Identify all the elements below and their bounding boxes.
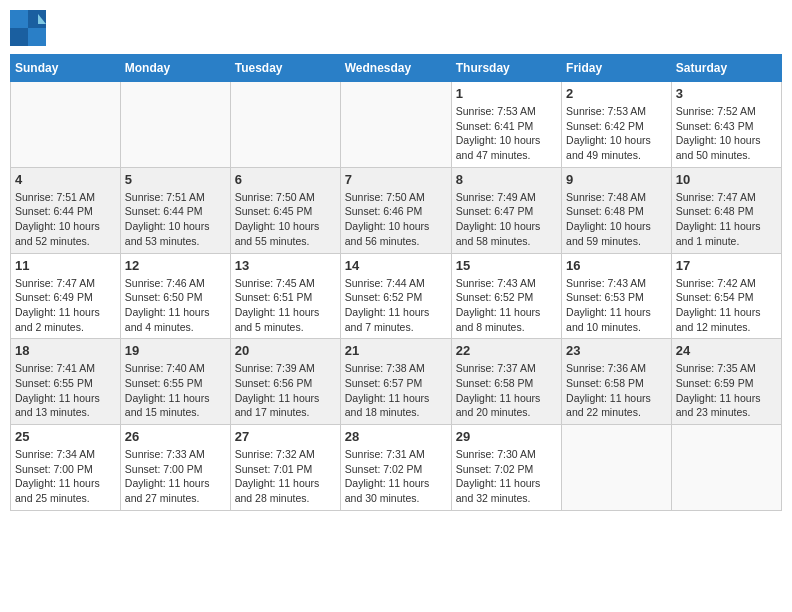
- calendar-cell: 11Sunrise: 7:47 AM Sunset: 6:49 PM Dayli…: [11, 253, 121, 339]
- day-number: 14: [345, 258, 447, 273]
- calendar-cell: 2Sunrise: 7:53 AM Sunset: 6:42 PM Daylig…: [562, 82, 672, 168]
- weekday-header-tuesday: Tuesday: [230, 55, 340, 82]
- calendar-cell: 10Sunrise: 7:47 AM Sunset: 6:48 PM Dayli…: [671, 167, 781, 253]
- day-info: Sunrise: 7:47 AM Sunset: 6:48 PM Dayligh…: [676, 190, 777, 249]
- calendar-cell: 19Sunrise: 7:40 AM Sunset: 6:55 PM Dayli…: [120, 339, 230, 425]
- calendar-cell: [340, 82, 451, 168]
- day-info: Sunrise: 7:40 AM Sunset: 6:55 PM Dayligh…: [125, 361, 226, 420]
- day-number: 6: [235, 172, 336, 187]
- weekday-header-friday: Friday: [562, 55, 672, 82]
- day-info: Sunrise: 7:42 AM Sunset: 6:54 PM Dayligh…: [676, 276, 777, 335]
- weekday-header-thursday: Thursday: [451, 55, 561, 82]
- calendar-cell: [562, 425, 672, 511]
- day-number: 25: [15, 429, 116, 444]
- calendar-cell: [671, 425, 781, 511]
- calendar-cell: 13Sunrise: 7:45 AM Sunset: 6:51 PM Dayli…: [230, 253, 340, 339]
- weekday-header-saturday: Saturday: [671, 55, 781, 82]
- day-info: Sunrise: 7:46 AM Sunset: 6:50 PM Dayligh…: [125, 276, 226, 335]
- day-info: Sunrise: 7:45 AM Sunset: 6:51 PM Dayligh…: [235, 276, 336, 335]
- day-info: Sunrise: 7:51 AM Sunset: 6:44 PM Dayligh…: [125, 190, 226, 249]
- calendar-cell: 20Sunrise: 7:39 AM Sunset: 6:56 PM Dayli…: [230, 339, 340, 425]
- day-number: 27: [235, 429, 336, 444]
- weekday-header-sunday: Sunday: [11, 55, 121, 82]
- calendar-cell: 26Sunrise: 7:33 AM Sunset: 7:00 PM Dayli…: [120, 425, 230, 511]
- day-number: 1: [456, 86, 557, 101]
- calendar-cell: 6Sunrise: 7:50 AM Sunset: 6:45 PM Daylig…: [230, 167, 340, 253]
- calendar-cell: 1Sunrise: 7:53 AM Sunset: 6:41 PM Daylig…: [451, 82, 561, 168]
- day-number: 5: [125, 172, 226, 187]
- day-number: 21: [345, 343, 447, 358]
- day-info: Sunrise: 7:49 AM Sunset: 6:47 PM Dayligh…: [456, 190, 557, 249]
- day-info: Sunrise: 7:35 AM Sunset: 6:59 PM Dayligh…: [676, 361, 777, 420]
- calendar-cell: 16Sunrise: 7:43 AM Sunset: 6:53 PM Dayli…: [562, 253, 672, 339]
- calendar-week-row: 4Sunrise: 7:51 AM Sunset: 6:44 PM Daylig…: [11, 167, 782, 253]
- day-number: 9: [566, 172, 667, 187]
- calendar-cell: 29Sunrise: 7:30 AM Sunset: 7:02 PM Dayli…: [451, 425, 561, 511]
- calendar-table: SundayMondayTuesdayWednesdayThursdayFrid…: [10, 54, 782, 511]
- day-info: Sunrise: 7:39 AM Sunset: 6:56 PM Dayligh…: [235, 361, 336, 420]
- calendar-week-row: 25Sunrise: 7:34 AM Sunset: 7:00 PM Dayli…: [11, 425, 782, 511]
- logo: [10, 10, 50, 46]
- day-number: 3: [676, 86, 777, 101]
- day-number: 10: [676, 172, 777, 187]
- calendar-cell: 21Sunrise: 7:38 AM Sunset: 6:57 PM Dayli…: [340, 339, 451, 425]
- day-info: Sunrise: 7:31 AM Sunset: 7:02 PM Dayligh…: [345, 447, 447, 506]
- day-number: 2: [566, 86, 667, 101]
- day-info: Sunrise: 7:48 AM Sunset: 6:48 PM Dayligh…: [566, 190, 667, 249]
- day-number: 20: [235, 343, 336, 358]
- calendar-cell: 28Sunrise: 7:31 AM Sunset: 7:02 PM Dayli…: [340, 425, 451, 511]
- calendar-cell: [120, 82, 230, 168]
- calendar-cell: 18Sunrise: 7:41 AM Sunset: 6:55 PM Dayli…: [11, 339, 121, 425]
- day-info: Sunrise: 7:43 AM Sunset: 6:53 PM Dayligh…: [566, 276, 667, 335]
- page-header: [10, 10, 782, 46]
- calendar-week-row: 11Sunrise: 7:47 AM Sunset: 6:49 PM Dayli…: [11, 253, 782, 339]
- day-number: 29: [456, 429, 557, 444]
- day-info: Sunrise: 7:47 AM Sunset: 6:49 PM Dayligh…: [15, 276, 116, 335]
- day-number: 18: [15, 343, 116, 358]
- day-info: Sunrise: 7:30 AM Sunset: 7:02 PM Dayligh…: [456, 447, 557, 506]
- day-info: Sunrise: 7:36 AM Sunset: 6:58 PM Dayligh…: [566, 361, 667, 420]
- calendar-cell: 12Sunrise: 7:46 AM Sunset: 6:50 PM Dayli…: [120, 253, 230, 339]
- calendar-cell: [11, 82, 121, 168]
- day-number: 12: [125, 258, 226, 273]
- day-info: Sunrise: 7:32 AM Sunset: 7:01 PM Dayligh…: [235, 447, 336, 506]
- calendar-cell: 3Sunrise: 7:52 AM Sunset: 6:43 PM Daylig…: [671, 82, 781, 168]
- day-info: Sunrise: 7:44 AM Sunset: 6:52 PM Dayligh…: [345, 276, 447, 335]
- calendar-cell: 7Sunrise: 7:50 AM Sunset: 6:46 PM Daylig…: [340, 167, 451, 253]
- weekday-header-monday: Monday: [120, 55, 230, 82]
- day-number: 23: [566, 343, 667, 358]
- day-info: Sunrise: 7:33 AM Sunset: 7:00 PM Dayligh…: [125, 447, 226, 506]
- day-info: Sunrise: 7:43 AM Sunset: 6:52 PM Dayligh…: [456, 276, 557, 335]
- day-number: 22: [456, 343, 557, 358]
- day-number: 17: [676, 258, 777, 273]
- calendar-cell: 17Sunrise: 7:42 AM Sunset: 6:54 PM Dayli…: [671, 253, 781, 339]
- calendar-cell: 14Sunrise: 7:44 AM Sunset: 6:52 PM Dayli…: [340, 253, 451, 339]
- day-number: 4: [15, 172, 116, 187]
- svg-rect-3: [28, 28, 46, 46]
- day-number: 8: [456, 172, 557, 187]
- weekday-header-wednesday: Wednesday: [340, 55, 451, 82]
- day-number: 16: [566, 258, 667, 273]
- day-number: 11: [15, 258, 116, 273]
- day-info: Sunrise: 7:38 AM Sunset: 6:57 PM Dayligh…: [345, 361, 447, 420]
- day-info: Sunrise: 7:51 AM Sunset: 6:44 PM Dayligh…: [15, 190, 116, 249]
- calendar-cell: 15Sunrise: 7:43 AM Sunset: 6:52 PM Dayli…: [451, 253, 561, 339]
- calendar-cell: 9Sunrise: 7:48 AM Sunset: 6:48 PM Daylig…: [562, 167, 672, 253]
- logo-icon: [10, 10, 46, 46]
- calendar-cell: [230, 82, 340, 168]
- day-number: 28: [345, 429, 447, 444]
- day-info: Sunrise: 7:41 AM Sunset: 6:55 PM Dayligh…: [15, 361, 116, 420]
- day-info: Sunrise: 7:50 AM Sunset: 6:46 PM Dayligh…: [345, 190, 447, 249]
- calendar-cell: 22Sunrise: 7:37 AM Sunset: 6:58 PM Dayli…: [451, 339, 561, 425]
- day-number: 15: [456, 258, 557, 273]
- day-info: Sunrise: 7:34 AM Sunset: 7:00 PM Dayligh…: [15, 447, 116, 506]
- day-number: 26: [125, 429, 226, 444]
- svg-rect-0: [10, 10, 28, 28]
- calendar-week-row: 1Sunrise: 7:53 AM Sunset: 6:41 PM Daylig…: [11, 82, 782, 168]
- calendar-cell: 4Sunrise: 7:51 AM Sunset: 6:44 PM Daylig…: [11, 167, 121, 253]
- svg-rect-1: [28, 10, 46, 28]
- calendar-cell: 24Sunrise: 7:35 AM Sunset: 6:59 PM Dayli…: [671, 339, 781, 425]
- svg-rect-2: [10, 28, 28, 46]
- calendar-cell: 27Sunrise: 7:32 AM Sunset: 7:01 PM Dayli…: [230, 425, 340, 511]
- calendar-cell: 8Sunrise: 7:49 AM Sunset: 6:47 PM Daylig…: [451, 167, 561, 253]
